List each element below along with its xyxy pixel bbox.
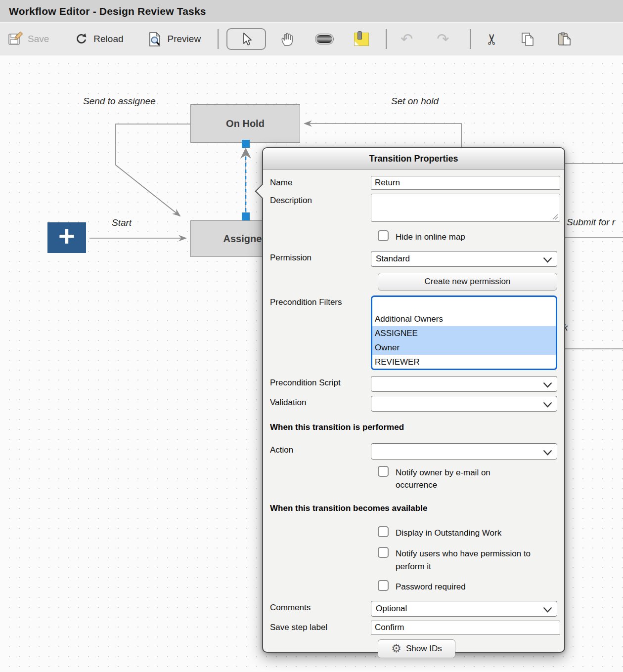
chevron-down-icon bbox=[543, 402, 552, 408]
add-step-tool-button[interactable] bbox=[315, 34, 333, 44]
action-label: Action bbox=[270, 443, 371, 460]
permission-select[interactable]: Standard bbox=[371, 251, 557, 267]
save-label: Save bbox=[28, 34, 49, 44]
preview-button[interactable]: Preview bbox=[147, 32, 201, 47]
transition-send-to-assignee[interactable] bbox=[116, 124, 190, 216]
password-required-checkbox[interactable] bbox=[378, 580, 389, 591]
notify-users-checkbox[interactable] bbox=[378, 547, 389, 558]
label-start: Start bbox=[112, 217, 132, 228]
toolbar: Save Reload Preview ↶ bbox=[0, 23, 623, 55]
save-button[interactable]: Save bbox=[8, 32, 49, 46]
section-heading-performed: When this transition is performed bbox=[270, 422, 557, 432]
redo-icon: ↷ bbox=[437, 32, 449, 46]
undo-icon: ↶ bbox=[400, 32, 413, 46]
chevron-down-icon bbox=[543, 257, 552, 263]
preview-icon bbox=[147, 32, 163, 47]
paste-icon bbox=[557, 32, 573, 47]
chevron-down-icon bbox=[543, 382, 552, 388]
redo-button[interactable]: ↷ bbox=[437, 32, 449, 46]
save-step-label-label: Save step label bbox=[270, 621, 371, 635]
step-node-label: Assignee bbox=[223, 233, 267, 245]
step-node-label: On Hold bbox=[226, 118, 265, 129]
step-node-icon bbox=[315, 34, 333, 44]
filter-option[interactable]: REVIEWER bbox=[372, 355, 556, 369]
show-ids-button[interactable]: ⚙ Show IDs bbox=[378, 639, 455, 658]
save-icon bbox=[8, 32, 23, 46]
display-outstanding-work-label: Display in Outstanding Work bbox=[396, 526, 501, 540]
select-tool-button[interactable] bbox=[226, 28, 266, 50]
hide-in-online-map-checkbox[interactable] bbox=[378, 230, 389, 241]
notify-owner-checkbox[interactable] bbox=[378, 466, 389, 477]
resize-handle-icon[interactable] bbox=[552, 213, 559, 220]
undo-button[interactable]: ↶ bbox=[400, 32, 413, 46]
precondition-filters-label: Precondition Filters bbox=[270, 295, 371, 370]
precondition-filters-listbox[interactable]: Additional Owners ASSIGNEE Owner REVIEWE… bbox=[371, 295, 557, 370]
precondition-script-label: Precondition Script bbox=[270, 376, 371, 392]
cursor-icon bbox=[240, 32, 253, 46]
paste-button[interactable] bbox=[557, 32, 573, 47]
transition-handle-top[interactable] bbox=[242, 140, 250, 148]
add-note-tool-button[interactable] bbox=[354, 33, 369, 46]
label-send-to-assignee: Send to assignee bbox=[83, 96, 156, 107]
gear-icon: ⚙ bbox=[391, 643, 401, 654]
hand-icon bbox=[280, 32, 295, 46]
label-submit-for-review: Submit for r bbox=[567, 217, 615, 228]
reload-icon bbox=[75, 32, 89, 46]
filter-option-selected[interactable]: ASSIGNEE bbox=[372, 326, 556, 340]
reload-label: Reload bbox=[93, 34, 123, 44]
chevron-down-icon bbox=[543, 607, 552, 613]
transition-properties-dialog: Transition Properties Name Description bbox=[262, 147, 565, 653]
notify-users-label: Notify users who have permission to perf… bbox=[396, 547, 557, 573]
comments-value: Optional bbox=[376, 604, 407, 614]
password-required-label: Password required bbox=[396, 580, 466, 593]
window-title-bar: Workflow Editor - Design Review Tasks bbox=[0, 0, 623, 23]
name-input[interactable] bbox=[371, 176, 560, 190]
section-heading-available: When this transition becomes available bbox=[270, 504, 557, 513]
precondition-script-select[interactable] bbox=[371, 376, 557, 392]
label-set-on-hold: Set on hold bbox=[391, 96, 439, 107]
cut-button[interactable]: ✂ bbox=[486, 31, 498, 48]
dialog-title: Transition Properties bbox=[369, 154, 458, 164]
start-node[interactable]: + bbox=[47, 222, 86, 253]
step-node-on-hold[interactable]: On Hold bbox=[190, 104, 300, 143]
filter-option[interactable] bbox=[372, 297, 556, 312]
window-title: Workflow Editor - Design Review Tasks bbox=[9, 5, 206, 17]
preview-label: Preview bbox=[168, 34, 201, 44]
permission-label: Permission bbox=[270, 251, 371, 267]
comments-label: Comments bbox=[270, 601, 371, 617]
notify-owner-label: Notify owner by e-mail on occurrence bbox=[396, 466, 522, 492]
filter-option-selected[interactable]: Owner bbox=[372, 340, 556, 355]
name-label: Name bbox=[270, 176, 371, 190]
dialog-header[interactable]: Transition Properties bbox=[263, 148, 564, 170]
show-ids-label: Show IDs bbox=[406, 644, 442, 654]
action-select[interactable] bbox=[371, 443, 557, 460]
description-textarea[interactable] bbox=[371, 194, 560, 222]
reload-button[interactable]: Reload bbox=[75, 32, 123, 46]
permission-value: Standard bbox=[376, 254, 410, 264]
toolbar-separator bbox=[470, 29, 471, 49]
chevron-down-icon bbox=[543, 450, 552, 456]
toolbar-separator bbox=[386, 29, 387, 49]
pan-tool-button[interactable] bbox=[280, 32, 295, 46]
toolbar-separator bbox=[218, 29, 219, 49]
display-outstanding-work-checkbox[interactable] bbox=[378, 526, 389, 537]
plus-icon: + bbox=[58, 236, 75, 239]
validation-select[interactable] bbox=[371, 396, 557, 412]
comments-select[interactable]: Optional bbox=[371, 601, 557, 617]
save-step-label-input[interactable] bbox=[371, 621, 560, 635]
description-label: Description bbox=[270, 194, 371, 222]
sticky-note-icon bbox=[354, 33, 369, 46]
workflow-canvas[interactable]: On Hold Assignee + Send to assignee Star… bbox=[0, 55, 623, 671]
copy-icon bbox=[520, 32, 535, 47]
filter-option[interactable]: Additional Owners bbox=[372, 312, 556, 326]
scissors-icon: ✂ bbox=[483, 33, 500, 45]
create-new-permission-button[interactable]: Create new permission bbox=[378, 273, 557, 291]
hide-in-online-map-label: Hide in online map bbox=[396, 230, 465, 244]
validation-label: Validation bbox=[270, 396, 371, 412]
transition-set-on-hold[interactable] bbox=[305, 124, 461, 148]
copy-button[interactable] bbox=[520, 32, 535, 47]
transition-handle-bottom[interactable] bbox=[242, 212, 250, 220]
